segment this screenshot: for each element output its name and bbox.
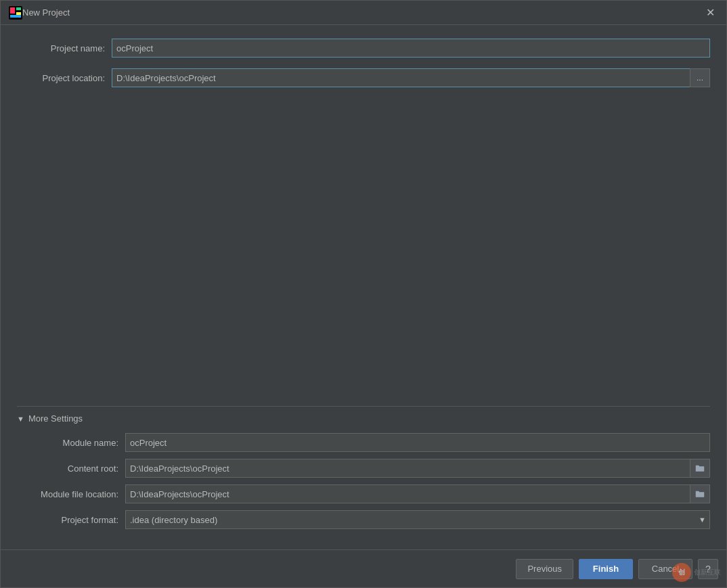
- folder-icon: [695, 464, 705, 472]
- project-location-browse-button[interactable]: ...: [690, 68, 710, 87]
- watermark-logo: 创: [672, 563, 691, 582]
- watermark: 创 创新互联: [672, 563, 721, 582]
- module-file-location-row: Module file location:: [17, 484, 710, 503]
- svg-rect-4: [10, 15, 21, 18]
- app-logo-icon: [9, 6, 22, 20]
- watermark-text: 创新互联: [694, 568, 721, 577]
- content-root-row: Content root:: [17, 459, 710, 478]
- more-settings-section: ▼ More Settings Module name: Content roo…: [17, 406, 710, 536]
- svg-rect-1: [10, 7, 15, 14]
- module-name-row: Module name:: [17, 433, 710, 452]
- project-location-field-group: ...: [112, 68, 710, 87]
- svg-rect-3: [16, 12, 21, 15]
- main-content: Project name: Project location: ... ▼ Mo…: [1, 25, 726, 549]
- svg-rect-2: [16, 7, 21, 10]
- module-file-location-label: Module file location:: [17, 489, 125, 499]
- title-bar: New Project ✕: [1, 1, 726, 25]
- project-name-row: Project name:: [17, 39, 710, 58]
- project-location-input[interactable]: [112, 68, 690, 87]
- previous-button[interactable]: Previous: [516, 559, 573, 579]
- project-location-label: Project location:: [17, 73, 112, 83]
- project-name-label: Project name:: [17, 43, 112, 53]
- module-file-location-input[interactable]: [125, 484, 690, 503]
- more-settings-label: More Settings: [28, 413, 83, 424]
- project-format-label: Project format:: [17, 515, 125, 525]
- content-root-input[interactable]: [125, 459, 690, 478]
- more-settings-header[interactable]: ▼ More Settings: [17, 413, 710, 424]
- module-name-input[interactable]: [125, 433, 710, 452]
- finish-button[interactable]: Finish: [579, 559, 633, 579]
- close-button[interactable]: ✕: [702, 5, 718, 21]
- new-project-dialog: New Project ✕ Project name: Project loca…: [0, 0, 727, 588]
- project-name-input[interactable]: [112, 39, 710, 58]
- button-bar: Previous Finish Cancel ? 创 创新互联: [1, 549, 726, 587]
- module-file-location-field-group: [125, 484, 710, 503]
- content-root-label: Content root:: [17, 463, 125, 474]
- content-root-browse-button[interactable]: [690, 459, 710, 478]
- project-format-select[interactable]: .idea (directory based) .ipr (file based…: [125, 510, 710, 529]
- project-location-row: Project location: ...: [17, 68, 710, 87]
- content-root-field-group: [125, 459, 710, 478]
- folder-icon: [695, 490, 705, 498]
- more-settings-arrow-icon: ▼: [17, 415, 24, 423]
- module-file-location-browse-button[interactable]: [690, 484, 710, 503]
- project-format-select-wrapper: .idea (directory based) .ipr (file based…: [125, 510, 710, 529]
- dialog-title: New Project: [22, 7, 702, 18]
- project-format-row: Project format: .idea (directory based) …: [17, 510, 710, 529]
- content-spacer: [17, 98, 710, 406]
- module-name-label: Module name:: [17, 438, 125, 448]
